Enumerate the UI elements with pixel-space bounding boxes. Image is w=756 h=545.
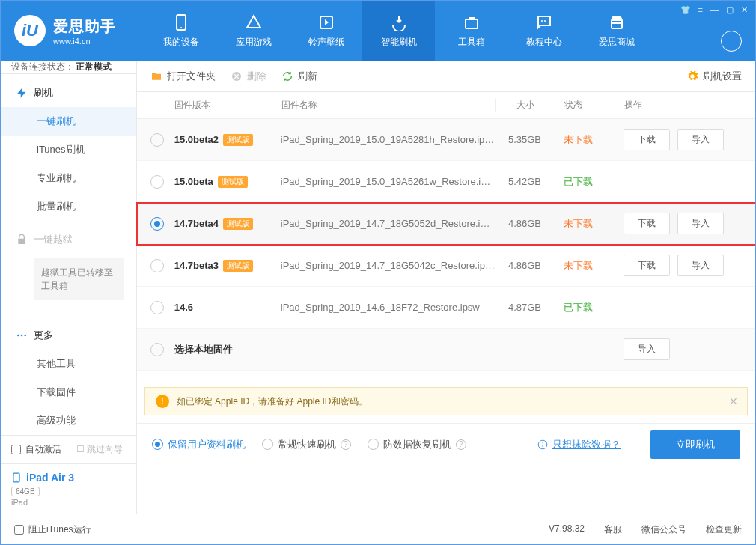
firmware-row[interactable]: 15.0beta测试版iPad_Spring_2019_15.0_19A5261… <box>137 161 755 203</box>
radio[interactable] <box>150 343 164 356</box>
svg-rect-6 <box>612 20 622 28</box>
flash-icon <box>16 87 28 99</box>
check-update-link[interactable]: 检查更新 <box>706 523 742 536</box>
download-button[interactable]: 下载 <box>624 255 670 276</box>
download-button[interactable]: 下载 <box>624 129 670 150</box>
nav-item-1[interactable]: 应用游戏 <box>217 1 290 61</box>
window-controls: 👕 ≡ — ▢ ✕ <box>680 5 748 15</box>
svg-point-7 <box>17 335 19 337</box>
sidebar-item-flash-3[interactable]: 批量刷机 <box>1 192 136 221</box>
svg-rect-3 <box>466 19 478 28</box>
flash-settings-button[interactable]: 刷机设置 <box>686 70 742 83</box>
firmware-row[interactable]: 14.7beta4测试版iPad_Spring_2019_14.7_18G505… <box>137 203 755 245</box>
refresh-button[interactable]: 刷新 <box>281 70 317 83</box>
firmware-row[interactable]: 14.6iPad_Spring_2019_14.6_18F72_Restore.… <box>137 287 755 329</box>
warning-bar: ! 如已绑定 Apple ID，请准备好 Apple ID和密码。 ✕ <box>144 387 748 415</box>
mode-bar: 保留用户资料刷机常规快速刷机?防数据恢复刷机? 只想抹除数据？ 立即刷机 <box>137 423 755 465</box>
nav-item-2[interactable]: 铃声壁纸 <box>290 1 362 61</box>
tshirt-icon[interactable]: 👕 <box>680 5 691 15</box>
mode-option-2[interactable]: 防数据恢复刷机? <box>368 438 466 451</box>
connection-status: 设备连接状态： 正常模式 <box>1 61 136 74</box>
nav-item-3[interactable]: 智能刷机 <box>362 1 435 61</box>
help-icon[interactable]: ? <box>456 439 466 450</box>
block-itunes-checkbox[interactable]: 阻止iTunes运行 <box>14 523 91 536</box>
import-button[interactable]: 导入 <box>677 129 724 150</box>
more-icon <box>16 329 28 341</box>
statusbar: 阻止iTunes运行 V7.98.32 客服 微信公众号 检查更新 <box>1 514 755 545</box>
flash-now-button[interactable]: 立即刷机 <box>650 430 740 459</box>
auto-activate-checkbox[interactable]: 自动激活 ☐ 跳过向导 <box>11 443 126 456</box>
version-label: V7.98.32 <box>549 523 585 536</box>
sidebar-head-more[interactable]: 更多 <box>1 321 136 350</box>
help-icon[interactable]: ? <box>341 439 351 450</box>
lock-icon <box>16 234 28 246</box>
sidebar: 设备连接状态： 正常模式 刷机 一键刷机iTunes刷机专业刷机批量刷机 一键越… <box>1 61 137 514</box>
svg-point-11 <box>16 481 16 481</box>
sidebar-head-flash[interactable]: 刷机 <box>1 79 136 107</box>
top-nav: 我的设备应用游戏铃声壁纸智能刷机工具箱教程中心爱思商城 <box>144 1 653 61</box>
warning-icon: ! <box>156 395 169 408</box>
gear-icon <box>686 70 698 82</box>
svg-point-5 <box>544 20 546 22</box>
sidebar-item-flash-2[interactable]: 专业刷机 <box>1 164 136 192</box>
open-folder-button[interactable]: 打开文件夹 <box>150 70 216 83</box>
import-button[interactable]: 导入 <box>624 338 670 360</box>
svg-point-9 <box>24 335 26 337</box>
customer-service-link[interactable]: 客服 <box>604 523 622 536</box>
content: 打开文件夹 删除 刷新 刷机设置 固件版本 固件名称 大小 状态 操作 15.0… <box>137 61 755 514</box>
mode-option-0[interactable]: 保留用户资料刷机 <box>152 438 246 451</box>
logo-url: www.i4.cn <box>53 37 116 46</box>
sidebar-item-more-2[interactable]: 高级功能 <box>1 407 136 435</box>
logo[interactable]: iU 爱思助手 www.i4.cn <box>1 15 144 46</box>
firmware-row[interactable]: 14.7beta3测试版iPad_Spring_2019_14.7_18G504… <box>137 245 755 287</box>
sidebar-item-flash-1[interactable]: iTunes刷机 <box>1 136 136 164</box>
nav-item-5[interactable]: 教程中心 <box>507 1 580 61</box>
radio[interactable] <box>150 175 164 189</box>
svg-point-1 <box>180 27 182 28</box>
sidebar-item-more-0[interactable]: 其他工具 <box>1 350 136 378</box>
svg-point-4 <box>541 20 543 22</box>
menu-icon[interactable]: ≡ <box>698 5 703 15</box>
delete-button: 删除 <box>231 70 266 83</box>
refresh-icon <box>281 70 293 82</box>
skip-guide-checkbox: ☐ 跳过向导 <box>76 443 123 456</box>
firmware-rows: 15.0beta2测试版iPad_Spring_2019_15.0_19A528… <box>137 119 755 371</box>
toolbar: 打开文件夹 删除 刷新 刷机设置 <box>137 61 755 92</box>
close-warning-button[interactable]: ✕ <box>729 395 738 407</box>
info-icon <box>537 439 548 450</box>
radio[interactable] <box>150 259 164 272</box>
radio[interactable] <box>150 217 164 231</box>
logo-title: 爱思助手 <box>53 16 116 37</box>
maximize-icon[interactable]: ▢ <box>726 5 734 15</box>
device-info[interactable]: iPad Air 3 64GB iPad <box>1 463 136 514</box>
radio[interactable] <box>150 301 164 314</box>
firmware-row[interactable]: 15.0beta2测试版iPad_Spring_2019_15.0_19A528… <box>137 119 755 161</box>
close-icon[interactable]: ✕ <box>741 5 748 15</box>
nav-item-0[interactable]: 我的设备 <box>144 1 217 61</box>
folder-icon <box>150 70 162 82</box>
nav-item-4[interactable]: 工具箱 <box>435 1 507 61</box>
radio[interactable] <box>150 133 164 147</box>
sidebar-item-flash-0[interactable]: 一键刷机 <box>1 107 136 136</box>
table-header: 固件版本 固件名称 大小 状态 操作 <box>137 92 755 119</box>
nav-item-6[interactable]: 爱思商城 <box>580 1 653 61</box>
jailbreak-note: 越狱工具已转移至工具箱 <box>34 258 124 300</box>
header: iU 爱思助手 www.i4.cn 我的设备应用游戏铃声壁纸智能刷机工具箱教程中… <box>1 1 755 61</box>
download-button[interactable]: 下载 <box>624 213 670 234</box>
mode-option-1[interactable]: 常规快速刷机? <box>262 438 351 451</box>
erase-data-link[interactable]: 只想抹除数据？ <box>537 438 621 451</box>
svg-point-8 <box>21 335 23 337</box>
tablet-icon <box>11 472 22 483</box>
wechat-link[interactable]: 微信公众号 <box>641 523 686 536</box>
import-button[interactable]: 导入 <box>677 213 724 234</box>
sidebar-head-jailbreak[interactable]: 一键越狱 <box>1 225 136 254</box>
firmware-row[interactable]: 选择本地固件导入 <box>137 329 755 371</box>
delete-icon <box>231 70 243 82</box>
download-manager-button[interactable] <box>721 31 742 52</box>
logo-icon: iU <box>14 15 46 46</box>
import-button[interactable]: 导入 <box>677 255 724 276</box>
sidebar-item-more-1[interactable]: 下载固件 <box>1 378 136 407</box>
minimize-icon[interactable]: — <box>710 5 719 15</box>
